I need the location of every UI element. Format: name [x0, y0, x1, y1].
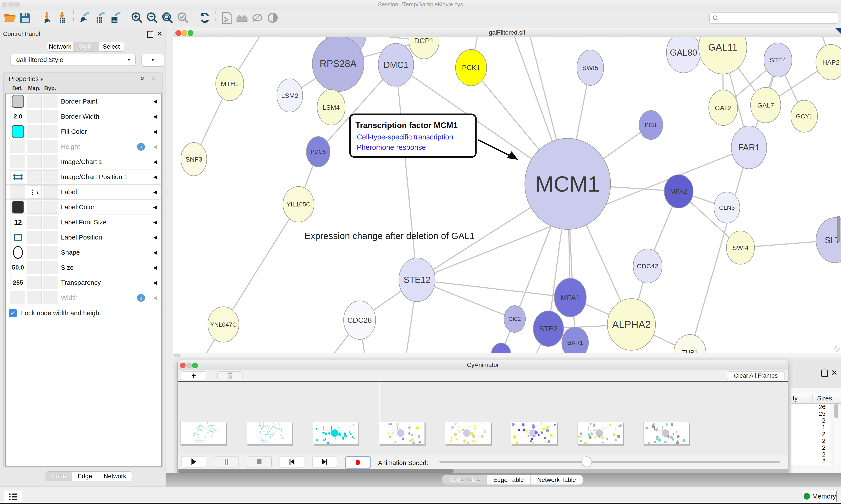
bypass-cell[interactable] — [43, 95, 58, 108]
maximize-traffic-light[interactable] — [192, 363, 198, 368]
bypass-cell[interactable] — [43, 216, 58, 229]
property-row[interactable]: Fill Color◀ — [6, 124, 161, 139]
contrast-icon[interactable] — [267, 12, 279, 24]
clear-all-frames-button[interactable]: Clear All Frames — [727, 371, 785, 380]
table-cell[interactable]: 2 — [791, 431, 830, 437]
default-value-cell[interactable] — [11, 246, 25, 259]
hide-icon[interactable] — [251, 12, 264, 24]
annotation-text[interactable]: Expression change after deletion of GAL1 — [304, 231, 475, 241]
mapping-cell[interactable] — [27, 110, 42, 123]
table-cell[interactable]: 2 — [791, 451, 830, 458]
default-value-cell[interactable] — [11, 140, 25, 153]
memory-button[interactable]: Memory — [803, 491, 837, 502]
mapping-cell[interactable] — [27, 216, 42, 229]
tab-select[interactable]: Select — [99, 42, 124, 51]
property-row[interactable]: 2.0Border Width◀ — [6, 109, 161, 124]
mapping-cell[interactable] — [27, 170, 42, 183]
expand-row-icon[interactable]: ◀ — [153, 113, 157, 120]
default-value-cell[interactable] — [11, 201, 25, 214]
mapping-cell[interactable] — [27, 125, 42, 138]
playhead[interactable] — [379, 382, 379, 437]
skip-to-start-button[interactable] — [280, 456, 304, 467]
expand-row-icon[interactable]: ◀ — [153, 189, 157, 195]
default-value-cell[interactable] — [11, 170, 25, 183]
bypass-cell[interactable] — [43, 201, 58, 214]
vertical-scrollbar-thumb[interactable] — [837, 216, 840, 242]
property-row[interactable]: 255Transparency◀ — [6, 275, 161, 290]
play-button[interactable] — [182, 456, 206, 467]
column-header[interactable]: ity — [791, 395, 798, 402]
expand-row-icon[interactable]: ◀ — [153, 249, 157, 255]
save-icon[interactable] — [19, 12, 31, 24]
home-icon[interactable] — [236, 12, 248, 24]
table-cell[interactable]: 26 — [791, 403, 830, 410]
float-window-icon[interactable] — [821, 370, 828, 377]
property-row[interactable]: 12Label Font Size◀ — [6, 215, 161, 230]
network-canvas[interactable]: RPS28BDCP1RPS28ADMC1PCK1SWI5GAL80GAL11ST… — [173, 37, 841, 357]
tab-network-style[interactable]: Network — [98, 472, 132, 481]
column-divider[interactable] — [812, 394, 812, 402]
properties-header[interactable]: Properties ▾ — [9, 75, 43, 83]
info-icon[interactable]: i — [137, 143, 145, 151]
expand-row-icon[interactable]: ◀ — [153, 265, 157, 271]
mapping-cell[interactable] — [27, 231, 42, 244]
animation-speed-slider[interactable] — [439, 461, 780, 463]
resize-grip[interactable] — [835, 346, 840, 352]
open-folder-icon[interactable] — [4, 12, 16, 24]
bypass-cell[interactable] — [43, 261, 58, 274]
mapping-cell[interactable] — [27, 291, 42, 304]
mapping-cell[interactable]: ⋮› — [27, 185, 42, 199]
tab-node-table[interactable]: Node Table — [442, 475, 487, 485]
column-header[interactable]: Stres — [817, 395, 832, 402]
record-button[interactable] — [345, 456, 371, 469]
delete-frame-button[interactable] — [217, 371, 243, 380]
frame-thumbnail-0[interactable] — [180, 422, 226, 445]
bypass-cell[interactable] — [43, 291, 58, 304]
lock-checkbox[interactable]: ✓ — [9, 309, 17, 317]
property-row[interactable]: Border Paint◀ — [6, 94, 161, 109]
maximize-traffic-light[interactable] — [14, 2, 20, 7]
slider-thumb[interactable] — [582, 456, 592, 467]
horizontal-scrollbar[interactable] — [178, 469, 788, 473]
annotation-link[interactable]: Cell-type-specific transcription — [357, 133, 453, 141]
skip-to-end-button[interactable] — [312, 456, 337, 467]
default-value-cell[interactable] — [11, 95, 25, 108]
bypass-cell[interactable] — [43, 276, 58, 289]
expand-row-icon[interactable]: ◀ — [153, 219, 157, 225]
default-value-cell[interactable] — [11, 231, 25, 244]
default-value-cell[interactable] — [11, 125, 25, 138]
task-history-button[interactable] — [4, 491, 23, 503]
bypass-cell[interactable] — [43, 185, 58, 199]
zoom-selected-icon[interactable] — [177, 12, 189, 24]
property-row[interactable]: Label Position◀ — [6, 230, 161, 245]
zoom-out-icon[interactable] — [146, 12, 158, 24]
property-row[interactable]: Widthi◀ — [6, 290, 161, 305]
bypass-cell[interactable] — [43, 140, 58, 153]
search-input[interactable] — [721, 15, 838, 22]
mapping-cell[interactable] — [27, 246, 42, 259]
export-image-icon[interactable] — [109, 12, 121, 24]
mapping-cell[interactable] — [27, 95, 42, 108]
tab-style[interactable]: Style — [73, 42, 99, 51]
table-cell[interactable]: 1 — [791, 424, 830, 431]
expand-row-icon[interactable]: ◀ — [153, 128, 157, 134]
mapping-cell[interactable] — [27, 155, 42, 168]
mapping-cell[interactable] — [27, 261, 42, 274]
scrollbar-thumb[interactable] — [835, 404, 838, 418]
stop-button[interactable] — [247, 456, 272, 467]
frame-thumbnail-4[interactable] — [445, 422, 491, 445]
float-window-icon[interactable] — [147, 31, 153, 38]
annotation-link[interactable]: Pheromone response — [357, 143, 426, 151]
mapping-cell[interactable] — [27, 201, 42, 214]
property-row[interactable]: Image/Chart Position 1◀ — [6, 169, 161, 184]
network-window-titlebar[interactable]: galFiltered.sif — [173, 28, 841, 37]
close-traffic-light[interactable] — [2, 2, 7, 7]
property-row[interactable]: Heighti◀ — [6, 139, 161, 154]
table-cell[interactable]: 2 — [791, 444, 830, 451]
annotation-box[interactable]: Transcription factor MCM1Cell-type-speci… — [350, 114, 476, 157]
minimize-traffic-light[interactable] — [8, 2, 14, 7]
refresh-icon[interactable] — [199, 12, 211, 24]
bypass-cell[interactable] — [43, 155, 58, 168]
table-cell[interactable]: 2 — [791, 417, 830, 424]
default-value-cell[interactable]: 2.0 — [11, 110, 25, 123]
